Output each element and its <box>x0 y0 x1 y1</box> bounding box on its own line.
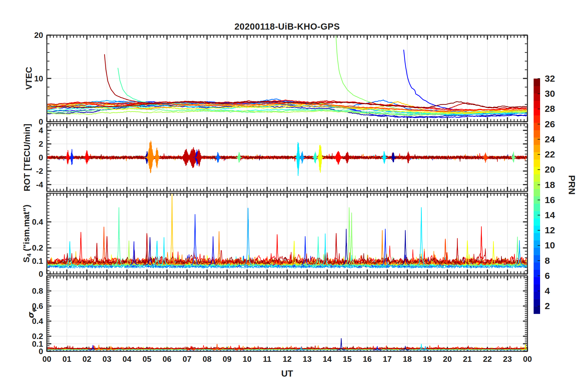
phi-subscript: φ <box>31 308 37 312</box>
s4-symbol: S <box>22 257 31 263</box>
sigma-symbol: σ <box>26 312 35 319</box>
s4-suffix: ("ism.mat") <box>22 205 31 254</box>
y-axis-label-s4: S4 ("ism.mat") <box>22 205 33 263</box>
y-axis-label-sigma-phi: σφ <box>26 308 37 319</box>
y-axis-label-vtec: VTEC <box>24 67 34 90</box>
figure: 20200118-UiB-KHO-GPS VTEC ROT [TECU/min]… <box>0 0 586 392</box>
s4-subscript: 4 <box>26 254 32 257</box>
chart-title: 20200118-UiB-KHO-GPS <box>47 22 527 32</box>
colorbar-label: PRN <box>567 175 577 194</box>
x-axis-label: UT <box>47 369 527 379</box>
y-axis-label-rot: ROT [TECU/min] <box>22 124 32 191</box>
plot-area <box>0 0 586 392</box>
